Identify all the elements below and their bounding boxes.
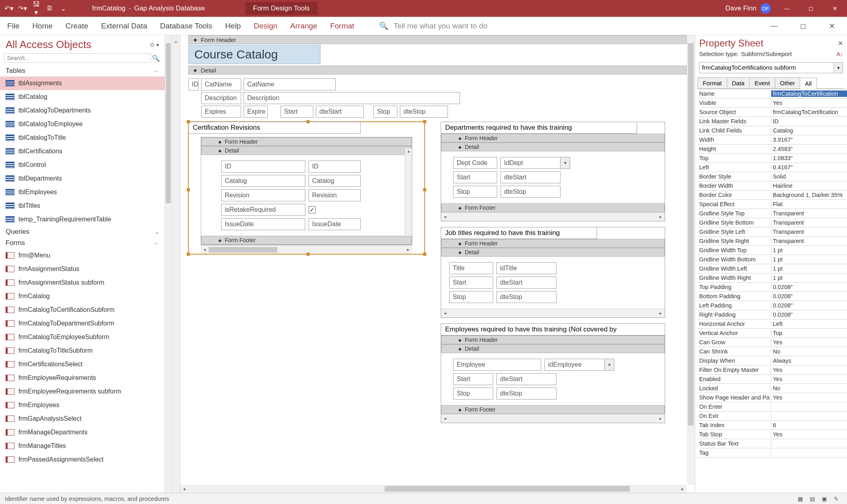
property-row[interactable]: Status Bar Text [698,439,847,448]
nav-item-table[interactable]: tblAssignments [0,76,165,90]
property-value[interactable]: 1 pt [771,265,847,272]
nav-search-input[interactable] [4,53,151,63]
property-value[interactable]: Flat [771,201,847,207]
property-value[interactable]: Yes [771,100,847,106]
subform-departments[interactable]: Departments required to have this traini… [441,122,665,221]
tab-design[interactable]: Design [254,22,277,30]
combobox-control[interactable]: idEmployee▾ [544,359,614,371]
property-row[interactable]: Top1.0833" [698,154,847,163]
form-title-label[interactable]: Course Catalog [188,45,321,64]
cert-section-form-header[interactable]: Form Header [201,137,412,146]
property-value[interactable]: 0.0208" [771,284,847,290]
property-row[interactable]: Left Padding0.0208" [698,301,847,310]
field-label[interactable]: Dept Code [453,157,497,169]
property-tab[interactable]: Event [749,77,775,88]
property-row[interactable]: Link Child FieldsCatalog [698,126,847,135]
property-row[interactable]: Top Padding0.0208" [698,283,847,292]
close-button[interactable]: ✕ [823,0,847,17]
dept-section-form-header[interactable]: Form Header [441,134,665,143]
form-design-surface[interactable]: Form Header Course Catalog Detail ID Cat… [180,35,695,493]
property-row[interactable]: Border WidthHairline [698,181,847,191]
view-form-button[interactable]: ✎ [830,496,842,502]
subform-certifications[interactable]: Certification Revisions Form Header Deta… [188,122,425,254]
property-row[interactable]: Link Master FieldsID [698,117,847,126]
property-tab[interactable]: Data [727,77,750,88]
save-icon[interactable]: 🖫▾ [31,0,41,17]
nav-item-table[interactable]: tblControl [0,158,165,172]
sort-icon[interactable]: A↓ [837,51,843,57]
field-label[interactable]: Start [449,277,493,289]
combobox-control[interactable]: IdDept▾ [500,157,570,169]
property-value[interactable]: ID [771,118,847,124]
tell-me-search[interactable]: 🔍 Tell me what you want to do [379,21,487,30]
dept-section-detail[interactable]: Detail [441,143,665,151]
tab-file[interactable]: File [7,22,20,30]
property-row[interactable]: Gridline Style LeftTransparent [698,227,847,237]
tab-database-tools[interactable]: Database Tools [160,22,212,30]
property-value[interactable]: 1 pt [771,275,847,281]
nav-collapse-button[interactable]: « [171,35,180,493]
label-id[interactable]: ID [188,78,199,90]
label-catname[interactable]: CatName [201,78,241,90]
property-value[interactable]: 3.9167" [771,137,847,143]
textbox-control[interactable]: Catalog [309,175,361,187]
property-value[interactable]: frmCatalogToCertification [771,90,847,97]
property-value[interactable]: Transparent [771,219,847,226]
nav-item-table[interactable]: tblCatalogToTitle [0,131,165,145]
property-row[interactable]: Source ObjectfrmCatalogToCertification [698,108,847,117]
property-row[interactable]: Can ShrinkNo [698,347,847,356]
emp-section-form-footer[interactable]: Form Footer [441,405,665,414]
textbox-control[interactable]: dteStop [496,291,557,303]
nav-item-table[interactable]: tblDepartments [0,172,165,185]
nav-scrollbar[interactable] [165,35,171,493]
nav-item-form[interactable]: frmAssignmentStatus subform [0,276,165,289]
nav-item-form[interactable]: frmCatalogToEmployeeSubform [0,330,165,344]
field-label[interactable]: Start [453,373,493,385]
property-value[interactable]: 0.0208" [771,302,847,309]
title-section-detail[interactable]: Detail [441,248,665,257]
property-value[interactable]: Transparent [771,229,847,235]
cert-section-form-footer[interactable]: Form Footer [201,236,412,245]
qat-customize-icon[interactable]: ⌄ [58,4,68,13]
property-row[interactable]: Special EffectFlat [698,200,847,209]
property-value[interactable]: frmCatalogToCertification [771,109,847,115]
view-datasheet-button[interactable]: ▤ [806,496,818,502]
property-object-selector[interactable]: frmCatalogToCertifications subform [699,62,834,73]
property-row[interactable]: Gridline Width Left1 pt [698,264,847,273]
search-icon[interactable]: 🔍 [151,54,161,62]
textbox-expires[interactable]: Expire [244,106,268,118]
ribbon-minimize-button[interactable]: — [766,22,782,30]
textbox-control[interactable]: dteStart [496,373,557,385]
property-value[interactable]: 1 pt [771,247,847,253]
emp-section-detail[interactable]: Detail [441,344,665,353]
property-row[interactable]: Gridline Width Right1 pt [698,273,847,283]
property-value[interactable]: 2.4583" [771,146,847,152]
nav-item-form[interactable]: frmEmployeeRequirements subform [0,385,165,398]
property-row[interactable]: Vertical AnchorTop [698,329,847,338]
chevron-down-icon[interactable]: ▾ [834,62,843,73]
tab-home[interactable]: Home [32,22,53,30]
property-row[interactable]: Height2.4583" [698,145,847,154]
field-label[interactable]: isRetakeRequired [221,204,305,216]
property-row[interactable]: Left0.4167" [698,163,847,172]
textbox-control[interactable]: Revision [309,189,361,201]
nav-item-form[interactable]: frm@Menu [0,249,165,262]
property-value[interactable]: No [771,348,847,355]
tab-create[interactable]: Create [65,22,88,30]
field-label[interactable]: Employee [453,359,541,371]
nav-item-table[interactable]: tblCatalogToEmployee [0,117,165,131]
emp-scrollbar-h[interactable]: ◂▸ [441,414,665,423]
textbox-control[interactable]: dteStart [496,277,557,289]
field-label[interactable]: Catalog [221,175,305,187]
label-stop[interactable]: Stop [373,106,397,118]
subform-employees[interactable]: Employees required to have this training… [441,323,665,423]
nav-item-table[interactable]: tblCatalog [0,90,165,104]
textbox-control[interactable]: dteStart [500,171,561,183]
property-value[interactable]: Solid [771,173,847,180]
property-row[interactable]: Tab Index6 [698,421,847,430]
textbox-catname[interactable]: CatName [244,78,336,90]
property-row[interactable]: Horizontal AnchorLeft [698,319,847,329]
field-label[interactable]: Stop [453,388,493,400]
tab-external-data[interactable]: External Data [101,22,147,30]
property-value[interactable]: 0.0208" [771,293,847,299]
